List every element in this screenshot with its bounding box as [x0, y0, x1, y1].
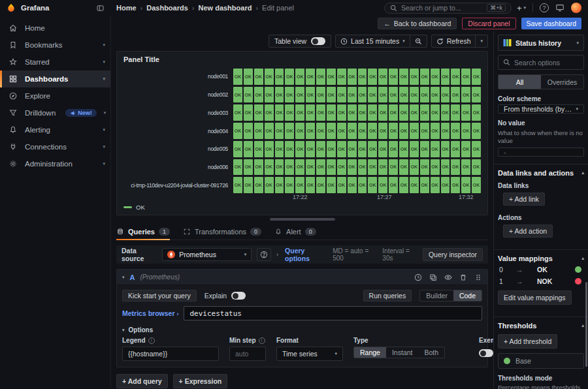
status-cell[interactable]: OK: [399, 104, 408, 121]
status-cell[interactable]: OK: [441, 159, 450, 176]
legend[interactable]: OK: [123, 202, 481, 212]
status-cell[interactable]: OK: [254, 87, 263, 103]
status-cell[interactable]: OK: [275, 177, 284, 193]
query-options[interactable]: › Query options MD = auto = 500 Interval…: [276, 247, 417, 262]
threshold-color-dot[interactable]: [504, 358, 510, 364]
status-cell[interactable]: OK: [461, 141, 470, 157]
status-cell[interactable]: OK: [316, 104, 325, 121]
status-cell[interactable]: OK: [441, 141, 450, 157]
breadcrumb-item-new-dashboard[interactable]: New dashboard: [198, 4, 252, 12]
status-cell[interactable]: OK: [368, 123, 377, 139]
status-cell[interactable]: OK: [358, 87, 367, 103]
mapping-color-dot[interactable]: [575, 278, 581, 285]
breadcrumb-item-home[interactable]: Home: [116, 4, 137, 12]
chevron-down-icon[interactable]: ▾: [122, 275, 125, 280]
status-cell[interactable]: OK: [461, 177, 470, 193]
add-action-button[interactable]: + Add action: [503, 225, 553, 238]
delete-query-icon[interactable]: [459, 273, 467, 281]
tab-queries[interactable]: Queries1: [116, 223, 170, 240]
status-cell[interactable]: OK: [451, 87, 460, 103]
add-query-button[interactable]: + Add query: [116, 374, 168, 388]
add-threshold-button[interactable]: + Add threshold: [498, 334, 557, 349]
status-cell[interactable]: OK: [431, 177, 440, 193]
status-cell[interactable]: OK: [389, 123, 398, 139]
options-search-input[interactable]: [514, 59, 579, 67]
status-cell[interactable]: OK: [441, 177, 450, 193]
status-cell[interactable]: OK: [410, 159, 419, 176]
status-cell[interactable]: OK: [348, 141, 357, 157]
status-cell[interactable]: OK: [441, 87, 450, 103]
status-cell[interactable]: OK: [431, 87, 440, 103]
status-cell[interactable]: OK: [431, 159, 440, 176]
status-cell[interactable]: OK: [337, 141, 346, 157]
status-cell[interactable]: OK: [244, 104, 253, 121]
sidebar-item-drilldown[interactable]: Drilldown New! ▾: [0, 104, 110, 121]
status-cell[interactable]: OK: [368, 141, 377, 157]
query-history-icon[interactable]: [414, 273, 422, 281]
status-cell[interactable]: OK: [233, 104, 242, 121]
status-cell[interactable]: OK: [285, 177, 294, 193]
status-cell[interactable]: OK: [285, 87, 294, 103]
status-cell[interactable]: OK: [472, 104, 481, 121]
status-cell[interactable]: OK: [378, 141, 387, 157]
status-cell[interactable]: OK: [378, 104, 387, 121]
status-cell[interactable]: OK: [399, 123, 408, 139]
status-cell[interactable]: OK: [472, 177, 481, 193]
status-cell[interactable]: OK: [327, 159, 336, 176]
sidebar-item-bookmarks[interactable]: Bookmarks ▾: [0, 37, 110, 54]
discard-panel-button[interactable]: Discard panel: [462, 18, 515, 29]
table-view-toggle[interactable]: Table view: [269, 35, 331, 48]
status-cell[interactable]: OK: [254, 123, 263, 139]
status-cell[interactable]: OK: [295, 69, 304, 85]
status-cell[interactable]: OK: [233, 159, 242, 176]
status-cell[interactable]: OK: [265, 104, 274, 121]
status-cell[interactable]: OK: [441, 104, 450, 121]
status-cell[interactable]: OK: [410, 104, 419, 121]
status-cell[interactable]: OK: [244, 123, 253, 139]
refresh-interval-button[interactable]: ▾: [476, 35, 487, 47]
status-cell[interactable]: OK: [275, 123, 284, 139]
status-cell[interactable]: OK: [306, 69, 315, 85]
status-cell[interactable]: OK: [285, 159, 294, 176]
sidebar-item-connections[interactable]: Connections ▾: [0, 138, 110, 155]
edit-value-mappings-button[interactable]: Edit value mappings: [498, 290, 572, 305]
status-cell[interactable]: OK: [348, 69, 357, 85]
query-type-both[interactable]: Both: [418, 347, 444, 358]
monitor-icon[interactable]: [555, 3, 564, 12]
dock-menu-icon[interactable]: [96, 4, 105, 12]
search-box[interactable]: ⌘+k: [384, 3, 512, 14]
status-cell[interactable]: OK: [378, 159, 387, 176]
time-range-button[interactable]: Last 15 minutes ▾: [336, 35, 410, 47]
status-cell[interactable]: OK: [420, 87, 429, 103]
breadcrumb-item-edit-panel[interactable]: Edit panel: [262, 4, 294, 12]
status-cell[interactable]: OK: [431, 141, 440, 157]
sidebar-item-explore[interactable]: Explore: [0, 87, 110, 104]
status-cell[interactable]: OK: [295, 159, 304, 176]
status-cell[interactable]: OK: [389, 141, 398, 157]
status-cell[interactable]: OK: [410, 87, 419, 103]
exemplars-toggle[interactable]: [479, 349, 493, 357]
run-queries-button[interactable]: Run queries: [363, 290, 412, 302]
editor-mode-builder[interactable]: Builder: [420, 290, 453, 301]
status-cell[interactable]: OK: [337, 159, 346, 176]
data-links-section-header[interactable]: Data links and actions ▴: [494, 168, 588, 178]
breadcrumb-item-dashboards[interactable]: Dashboards: [146, 4, 188, 12]
status-cell[interactable]: OK: [285, 123, 294, 139]
kick-start-query-button[interactable]: Kick start your query: [122, 290, 197, 302]
status-cell[interactable]: OK: [348, 159, 357, 176]
status-cell[interactable]: OK: [368, 104, 377, 121]
status-cell[interactable]: OK: [389, 104, 398, 121]
status-cell[interactable]: OK: [265, 87, 274, 103]
datasource-help-button[interactable]: [257, 248, 271, 261]
status-cell[interactable]: OK: [265, 141, 274, 157]
status-cell[interactable]: OK: [327, 123, 336, 139]
status-cell[interactable]: OK: [295, 104, 304, 121]
status-cell[interactable]: OK: [358, 104, 367, 121]
status-cell[interactable]: OK: [472, 159, 481, 176]
status-cell[interactable]: OK: [348, 87, 357, 103]
status-cell[interactable]: OK: [327, 104, 336, 121]
grafana-logo-icon[interactable]: [7, 3, 16, 12]
status-cell[interactable]: OK: [316, 69, 325, 85]
status-cell[interactable]: OK: [451, 159, 460, 176]
status-cell[interactable]: OK: [461, 87, 470, 103]
